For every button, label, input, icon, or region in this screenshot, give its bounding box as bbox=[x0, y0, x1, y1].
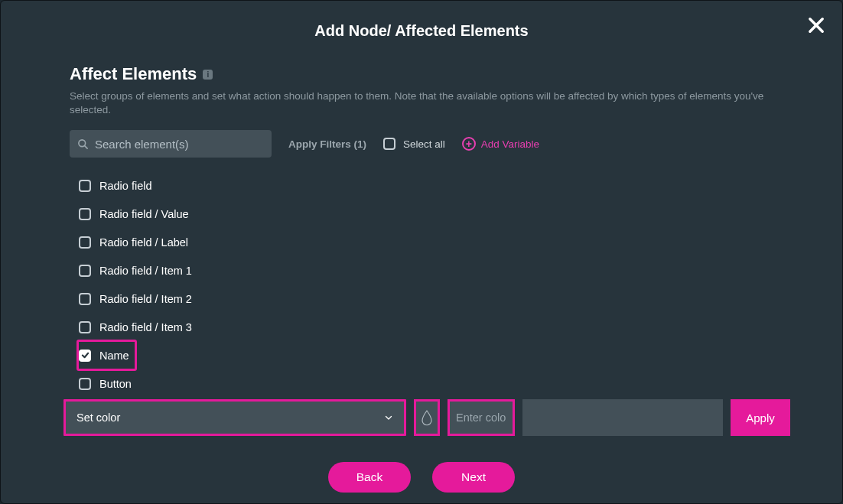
toolbar: Apply Filters (1) Select all + Add Varia… bbox=[70, 130, 773, 158]
nav-row: Back Next bbox=[70, 462, 773, 493]
plus-circle-icon: + bbox=[462, 137, 476, 151]
color-input-highlight bbox=[448, 399, 515, 436]
element-item[interactable]: Radio field / Label bbox=[79, 228, 773, 256]
color-swatch-picker[interactable] bbox=[414, 399, 440, 436]
checkbox-icon[interactable] bbox=[79, 208, 91, 220]
action-row: Set color Apply bbox=[63, 399, 790, 436]
search-box[interactable] bbox=[70, 130, 272, 158]
back-button[interactable]: Back bbox=[328, 462, 411, 493]
element-item-label: Radio field / Item 3 bbox=[99, 321, 192, 333]
apply-filters-button[interactable]: Apply Filters (1) bbox=[288, 138, 366, 150]
elements-list[interactable]: Radio fieldRadio field / ValueRadio fiel… bbox=[70, 171, 773, 396]
select-all-label: Select all bbox=[403, 138, 445, 150]
action-select[interactable]: Set color bbox=[63, 399, 406, 436]
element-item[interactable]: Radio field / Item 1 bbox=[79, 256, 773, 285]
section-title: Affect Elements i bbox=[70, 64, 773, 84]
checkbox-icon[interactable] bbox=[79, 265, 91, 277]
info-icon[interactable]: i bbox=[203, 70, 213, 80]
droplet-icon bbox=[420, 409, 434, 426]
search-input[interactable] bbox=[95, 138, 264, 151]
element-item[interactable]: Radio field / Item 3 bbox=[79, 313, 773, 341]
svg-line-1 bbox=[84, 145, 87, 148]
element-item-label: Radio field / Label bbox=[99, 236, 188, 249]
checkbox-icon[interactable] bbox=[79, 293, 91, 305]
element-item-label: Radio field / Item 1 bbox=[99, 265, 192, 277]
search-icon bbox=[77, 138, 89, 150]
elements-list-container: Radio fieldRadio field / ValueRadio fiel… bbox=[70, 171, 773, 396]
element-item-label: Button bbox=[99, 378, 132, 390]
section-title-text: Affect Elements bbox=[70, 64, 197, 84]
element-item[interactable]: Name bbox=[78, 341, 135, 369]
close-icon bbox=[806, 15, 827, 36]
element-item-label: Radio field / Item 2 bbox=[99, 293, 192, 305]
section-description: Select groups of elements and set what a… bbox=[70, 89, 773, 116]
checkbox-icon[interactable] bbox=[79, 236, 91, 249]
element-item[interactable]: Radio field / Item 2 bbox=[79, 285, 773, 313]
element-item[interactable]: Radio field / Value bbox=[79, 200, 773, 228]
checkbox-icon[interactable] bbox=[79, 378, 91, 390]
color-input-extension[interactable] bbox=[522, 399, 723, 436]
select-all-checkbox[interactable]: Select all bbox=[383, 138, 445, 150]
element-item-label: Radio field / Value bbox=[99, 208, 189, 220]
close-button[interactable] bbox=[806, 15, 827, 36]
element-item-label: Name bbox=[99, 350, 129, 362]
dialog-title: Add Node/ Affected Elements bbox=[1, 1, 842, 40]
next-button[interactable]: Next bbox=[432, 462, 515, 493]
element-item[interactable]: Radio field bbox=[79, 171, 773, 200]
apply-button[interactable]: Apply bbox=[731, 399, 790, 436]
add-variable-label: Add Variable bbox=[481, 138, 539, 150]
checkbox-icon[interactable] bbox=[79, 321, 91, 333]
color-input[interactable] bbox=[454, 402, 508, 434]
action-select-value: Set color bbox=[76, 411, 120, 424]
element-item[interactable]: Button bbox=[79, 369, 773, 396]
add-variable-button[interactable]: + Add Variable bbox=[462, 137, 539, 151]
checkbox-icon[interactable] bbox=[79, 180, 91, 192]
chevron-down-icon bbox=[384, 413, 393, 422]
checkbox-icon bbox=[383, 138, 395, 150]
checkbox-icon[interactable] bbox=[79, 350, 91, 362]
element-item-label: Radio field bbox=[99, 180, 152, 192]
affected-elements-dialog: Add Node/ Affected Elements Affect Eleme… bbox=[0, 0, 843, 504]
